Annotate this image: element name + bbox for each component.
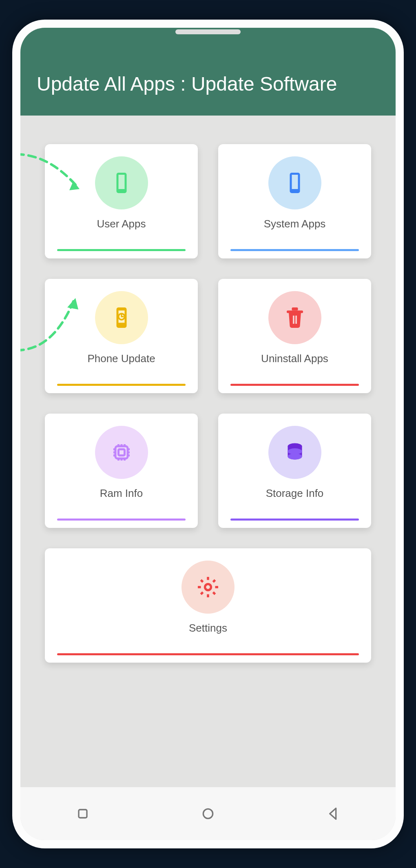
svg-rect-21 (79, 810, 87, 818)
content-area: User Apps System Apps Phone Update (20, 116, 396, 679)
svg-rect-14 (292, 307, 298, 311)
system-apps-card[interactable]: System Apps (218, 144, 371, 258)
phone-icon (268, 156, 321, 209)
svg-rect-16 (118, 450, 124, 456)
svg-rect-11 (293, 316, 294, 324)
tutorial-arrow-icon (20, 150, 98, 199)
phone-icon (95, 156, 148, 209)
tutorial-arrow-icon (20, 289, 90, 354)
card-label: User Apps (97, 218, 146, 230)
svg-point-2 (120, 178, 123, 180)
svg-rect-12 (295, 316, 297, 324)
back-icon[interactable] (325, 806, 341, 822)
svg-rect-1 (118, 175, 124, 189)
phone-screen: Update All Apps : Update Software User A… (20, 28, 396, 840)
card-underline (57, 249, 186, 251)
recent-apps-icon[interactable] (75, 806, 91, 822)
svg-point-7 (294, 184, 296, 186)
card-underline (57, 653, 359, 655)
svg-point-20 (205, 584, 211, 590)
card-underline (57, 519, 186, 521)
card-label: Storage Info (266, 487, 324, 500)
app-header: Update All Apps : Update Software (20, 28, 396, 116)
svg-rect-5 (292, 175, 298, 189)
navigation-bar (20, 787, 396, 840)
svg-point-6 (294, 178, 296, 180)
storage-info-card[interactable]: Storage Info (218, 414, 371, 528)
app-title: Update All Apps : Update Software (37, 73, 379, 95)
svg-point-22 (203, 809, 212, 818)
card-underline (230, 249, 359, 251)
svg-rect-13 (287, 311, 303, 313)
svg-rect-15 (115, 446, 128, 458)
card-label: Settings (189, 622, 227, 634)
trash-icon (268, 291, 321, 344)
gear-icon (181, 561, 235, 614)
card-underline (230, 519, 359, 521)
card-label: Ram Info (100, 487, 143, 500)
card-underline (230, 384, 359, 386)
card-underline (57, 384, 186, 386)
card-grid: User Apps System Apps Phone Update (45, 144, 371, 663)
home-icon[interactable] (200, 806, 216, 822)
svg-point-3 (120, 184, 123, 186)
ram-info-card[interactable]: Ram Info (45, 414, 198, 528)
card-label: Phone Update (87, 352, 155, 365)
phone-frame: Update All Apps : Update Software User A… (12, 20, 404, 848)
uninstall-apps-card[interactable]: Uninstall Apps (218, 279, 371, 393)
svg-point-19 (288, 454, 302, 460)
storage-icon (268, 426, 321, 479)
card-label: System Apps (264, 218, 326, 230)
update-icon (95, 291, 148, 344)
notch (175, 29, 241, 34)
chip-icon (95, 426, 148, 479)
card-label: Uninstall Apps (261, 352, 328, 365)
settings-card[interactable]: Settings (45, 548, 371, 663)
